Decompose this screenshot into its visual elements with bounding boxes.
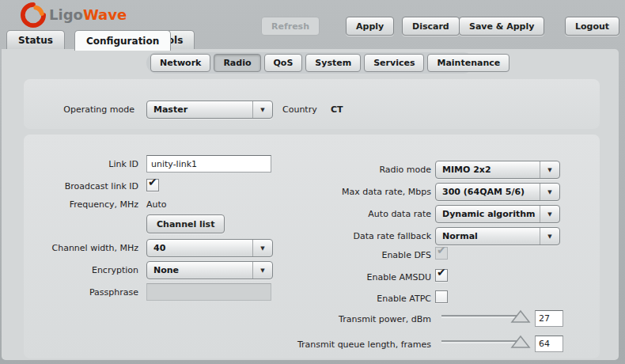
- transmit-power-slider[interactable]: [440, 309, 533, 324]
- link-id-input[interactable]: [146, 155, 271, 173]
- data-rate-fallback-label: Data rate fallback: [261, 231, 431, 241]
- check-icon: ✔: [148, 176, 157, 188]
- refresh-button: Refresh: [261, 17, 320, 36]
- subtab-qos[interactable]: QoS: [264, 54, 303, 72]
- tab-configuration-label: Configuration: [86, 36, 159, 47]
- chevron-down-icon: ▼: [540, 184, 559, 200]
- subtab-bar: Network Radio QoS System Services Mainte…: [146, 52, 474, 74]
- radio-mode-dropdown[interactable]: MIMO 2x2 ▼: [435, 161, 560, 179]
- transmit-queue-slider[interactable]: [440, 335, 533, 349]
- data-rate-fallback-value: Normal: [436, 228, 540, 245]
- enable-amsdu-label: Enable AMSDU: [261, 272, 431, 282]
- channel-width-label: Channel width, MHz: [16, 243, 138, 253]
- tab-configuration[interactable]: Configuration: [74, 30, 171, 51]
- discard-button-label: Discard: [412, 21, 449, 32]
- max-data-rate-value: 300 (64QAM 5/6): [436, 184, 540, 200]
- data-rate-fallback-dropdown[interactable]: Normal ▼: [435, 227, 560, 245]
- enable-atpc-checkbox[interactable]: [435, 290, 448, 303]
- transmit-queue-label: Transmit queue length, frames: [261, 339, 431, 350]
- tab-status[interactable]: Status: [6, 30, 65, 50]
- channel-width-value: 40: [147, 240, 252, 256]
- operating-mode-value: Master: [147, 101, 252, 118]
- tab-status-label: Status: [18, 35, 53, 46]
- radio-mode-label: Radio mode: [261, 165, 431, 175]
- chevron-down-icon: ▼: [252, 101, 272, 118]
- subtab-services[interactable]: Services: [364, 54, 424, 72]
- enable-amsdu-checkbox[interactable]: ✔: [435, 269, 448, 282]
- subtab-network-label: Network: [160, 58, 201, 68]
- operating-mode-label: Operating mode: [32, 104, 134, 115]
- auto-data-rate-dropdown[interactable]: Dynamic algorithm ▼: [435, 205, 560, 223]
- subtab-system-label: System: [315, 58, 351, 68]
- subtab-system[interactable]: System: [305, 54, 361, 72]
- enable-atpc-label: Enable ATPC: [261, 294, 431, 304]
- enable-dfs-label: Enable DFS: [261, 250, 431, 260]
- operating-mode-dropdown[interactable]: Master ▼: [146, 100, 273, 119]
- save-apply-button-label: Save & Apply: [469, 21, 534, 32]
- max-data-rate-label: Max data rate, Mbps: [261, 187, 431, 197]
- channel-list-button-label: Channel list: [157, 219, 214, 229]
- channel-width-dropdown[interactable]: 40 ▼: [146, 239, 273, 257]
- frequency-value: Auto: [146, 199, 167, 210]
- subtab-services-label: Services: [373, 58, 415, 68]
- country-label: Country: [282, 104, 317, 115]
- subtab-maintenance[interactable]: Maintenance: [427, 54, 509, 72]
- check-icon: ✔: [437, 266, 446, 279]
- transmit-power-label: Transmit power, dBm: [261, 314, 431, 324]
- apply-button[interactable]: Apply: [346, 17, 394, 36]
- radio-mode-value: MIMO 2x2: [436, 161, 540, 178]
- country-value: CT: [331, 104, 343, 115]
- logout-button[interactable]: Logout: [565, 17, 619, 36]
- brand-name: LigoWave: [49, 6, 127, 23]
- link-id-label: Link ID: [16, 159, 138, 169]
- brand-ligo: Ligo: [49, 6, 83, 23]
- subtab-network[interactable]: Network: [150, 54, 210, 72]
- transmit-queue-value[interactable]: [535, 336, 563, 352]
- discard-button[interactable]: Discard: [402, 17, 460, 36]
- auto-data-rate-value: Dynamic algorithm: [436, 206, 540, 222]
- passphrase-label: Passphrase: [16, 287, 138, 298]
- chevron-down-icon: ▼: [540, 161, 559, 178]
- channel-list-button[interactable]: Channel list: [146, 214, 225, 233]
- ligowave-logo-icon: [21, 2, 46, 28]
- brand-wave: Wave: [83, 6, 127, 23]
- encryption-value: None: [147, 262, 252, 279]
- save-apply-button[interactable]: Save & Apply: [459, 17, 544, 36]
- apply-button-label: Apply: [356, 21, 384, 32]
- chevron-down-icon: ▼: [540, 206, 559, 222]
- subtab-radio[interactable]: Radio: [214, 54, 260, 72]
- max-data-rate-dropdown[interactable]: 300 (64QAM 5/6) ▼: [435, 183, 560, 201]
- passphrase-input: [146, 283, 271, 301]
- auto-data-rate-label: Auto data rate: [261, 209, 431, 219]
- broadcast-link-id-checkbox[interactable]: ✔: [146, 179, 159, 191]
- transmit-power-value[interactable]: [535, 310, 563, 327]
- frequency-label: Frequency, MHz: [16, 199, 138, 210]
- logout-button-label: Logout: [575, 21, 609, 32]
- encryption-dropdown[interactable]: None ▼: [146, 261, 273, 279]
- chevron-down-icon: ▼: [540, 228, 559, 245]
- subtab-qos-label: QoS: [274, 58, 294, 68]
- subtab-maintenance-label: Maintenance: [437, 58, 500, 68]
- broadcast-link-id-label: Broadcast link ID: [16, 181, 138, 191]
- encryption-label: Encryption: [16, 265, 138, 275]
- check-icon: ✔: [437, 244, 446, 256]
- enable-dfs-checkbox: ✔: [435, 247, 448, 260]
- refresh-button-label: Refresh: [271, 21, 309, 32]
- ligowave-config-page: LigoWave Refresh Apply Discard Save & Ap…: [0, 0, 625, 364]
- subtab-radio-label: Radio: [223, 58, 251, 68]
